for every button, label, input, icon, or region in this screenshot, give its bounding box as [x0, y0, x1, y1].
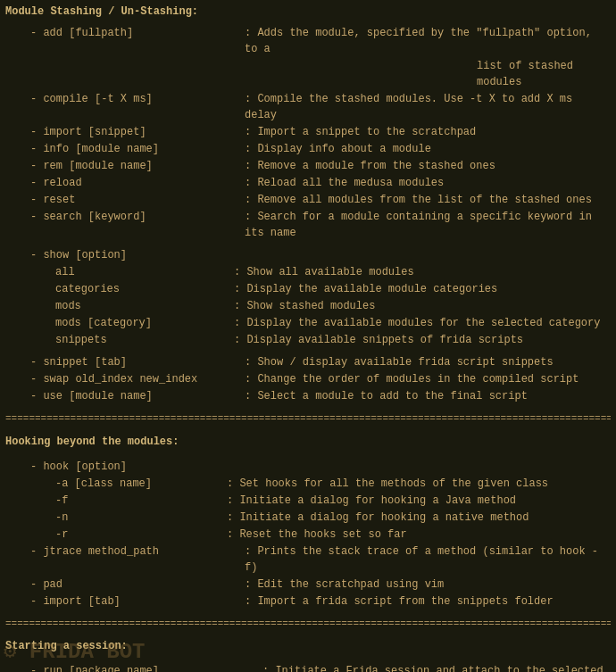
cmd-pad: - pad : Edit the scratchpad using vim	[12, 577, 611, 593]
cmd-snippet: - snippet [tab] : Show / display availab…	[12, 354, 611, 370]
divider-1: ========================================…	[5, 411, 611, 427]
module-commands: - add [fullpath] : Adds the module, spec…	[5, 25, 611, 404]
module-stashing-title: Module Stashing / Un-Stashing:	[5, 4, 611, 20]
divider-2: ========================================…	[5, 617, 611, 632]
cmd-add-cont: list of stashed modules	[12, 58, 611, 90]
hooking-title: Hooking beyond the modules:	[5, 434, 611, 450]
cmd-show-all: all : Show all available modules	[12, 264, 611, 280]
cmd-search: - search [keyword] : Search for a module…	[12, 209, 611, 241]
hook-commands: - hook [option] -a [class name] : Set ho…	[5, 455, 611, 610]
cmd-use: - use [module name] : Select a module to…	[12, 388, 611, 404]
cmd-show-mods: mods : Show stashed modules	[12, 298, 611, 314]
cmd-hook-n: -n : Initiate a dialog for hooking a nat…	[12, 510, 611, 526]
cmd-show: - show [option]	[12, 247, 611, 263]
cmd-import: - import [snippet] : Import a snippet to…	[12, 124, 611, 140]
cmd-show-mods-cat: mods [category] : Display the available …	[12, 315, 611, 331]
cmd-compile: - compile [-t X ms] : Compile the stashe…	[12, 91, 611, 123]
cmd-show-categories: categories : Display the available modul…	[12, 281, 611, 297]
cmd-info: - info [module name] : Display info abou…	[12, 141, 611, 157]
cmd-hook: - hook [option]	[12, 459, 611, 475]
cmd-rem: - rem [module name] : Remove a module fr…	[12, 158, 611, 174]
page-container: Module Stashing / Un-Stashing: - add [fu…	[5, 4, 611, 672]
cmd-hook-f: -f : Initiate a dialog for hooking a Jav…	[12, 493, 611, 509]
cmd-reset: - reset : Remove all modules from the li…	[12, 192, 611, 208]
cmd-show-snippets: snippets : Display available snippets of…	[12, 332, 611, 348]
cmd-hook-a: -a [class name] : Set hooks for all the …	[12, 476, 611, 492]
cmd-reload: - reload : Reload all the medusa modules	[12, 175, 611, 191]
cmd-swap: - swap old_index new_index : Change the …	[12, 371, 611, 387]
cmd-add: - add [fullpath] : Adds the module, spec…	[12, 25, 611, 57]
hooking-section: Hooking beyond the modules: - hook [opti…	[5, 434, 611, 610]
cmd-jtrace: - jtrace method_path : Prints the stack …	[12, 543, 611, 576]
cmd-import-tab: - import [tab] : Import a frida script f…	[12, 593, 611, 610]
watermark: ⚙ FRIDA BOT	[0, 633, 148, 672]
cmd-hook-r: -r : Reset the hooks set so far	[12, 527, 611, 543]
module-stashing-section: Module Stashing / Un-Stashing: - add [fu…	[5, 4, 611, 404]
